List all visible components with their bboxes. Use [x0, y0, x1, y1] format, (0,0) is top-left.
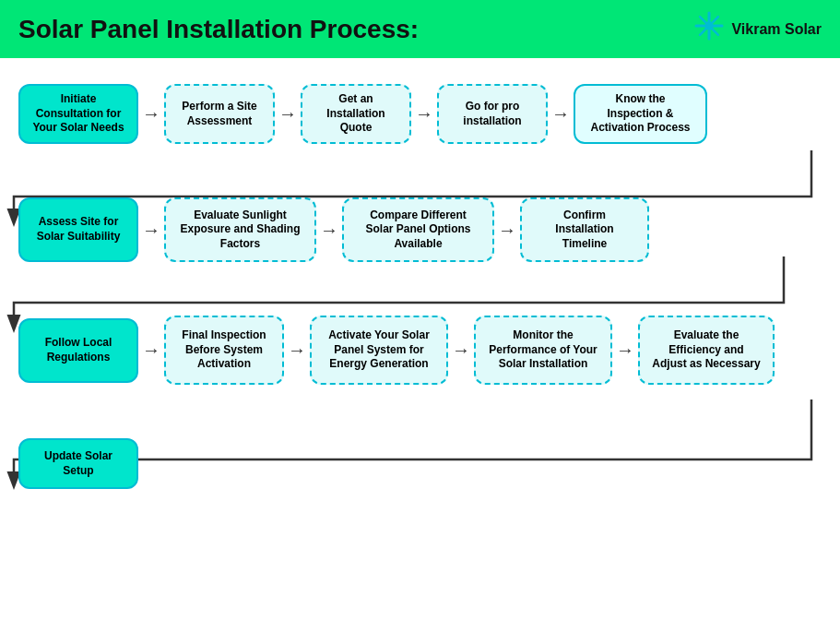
- arrow-r2-2: →: [320, 220, 338, 241]
- node-r2n3: Compare Different Solar Panel Options Av…: [342, 197, 494, 262]
- node-r3n1: Follow Local Regulations: [18, 318, 138, 383]
- arrow-r3-2: →: [288, 340, 306, 361]
- arrow-r3-4: →: [616, 340, 634, 361]
- svg-line-8: [701, 30, 706, 35]
- arrow-r3-3: →: [452, 340, 470, 361]
- arrow-r1-1: →: [142, 103, 160, 125]
- arrow-r3-1: →: [142, 340, 160, 361]
- header: Solar Panel Installation Process: Vikram…: [0, 0, 840, 58]
- node-r2n2: Evaluate Sunlight Exposure and Shading F…: [164, 197, 316, 262]
- node-r4n1: Update Solar Setup: [18, 438, 138, 489]
- svg-line-6: [714, 30, 719, 35]
- node-r2n4: Confirm Installation Timeline: [520, 197, 649, 262]
- svg-line-7: [714, 17, 719, 22]
- node-r3n2: Final Inspection Before System Activatio…: [164, 316, 284, 385]
- node-r1n3: Get an Installation Quote: [301, 84, 411, 144]
- node-r2n1: Assess Site for Solar Suitability: [18, 197, 138, 262]
- arrow-r2-3: →: [498, 220, 516, 241]
- node-r1n5: Know the Inspection & Activation Process: [574, 84, 707, 144]
- svg-line-5: [701, 17, 706, 22]
- arrow-r1-4: →: [551, 103, 570, 125]
- logo-text: Vikram Solar: [731, 21, 822, 38]
- arrow-r1-3: →: [415, 103, 433, 125]
- node-r3n4: Monitor the Performance of Your Solar In…: [474, 316, 612, 385]
- page-title: Solar Panel Installation Process:: [18, 15, 419, 44]
- logo-icon: [694, 11, 724, 47]
- node-r1n4: Go for pro installation: [437, 84, 548, 144]
- node-r1n2: Perform a Site Assessment: [164, 84, 275, 144]
- arrow-r1-2: →: [278, 103, 297, 125]
- node-r3n3: Activate Your Solar Panel System for Ene…: [310, 316, 448, 385]
- node-r3n5: Evaluate the Efficiency and Adjust as Ne…: [638, 316, 775, 385]
- arrow-r2-1: →: [142, 220, 160, 241]
- node-r1n1: Initiate Consultation for Your Solar Nee…: [18, 84, 138, 144]
